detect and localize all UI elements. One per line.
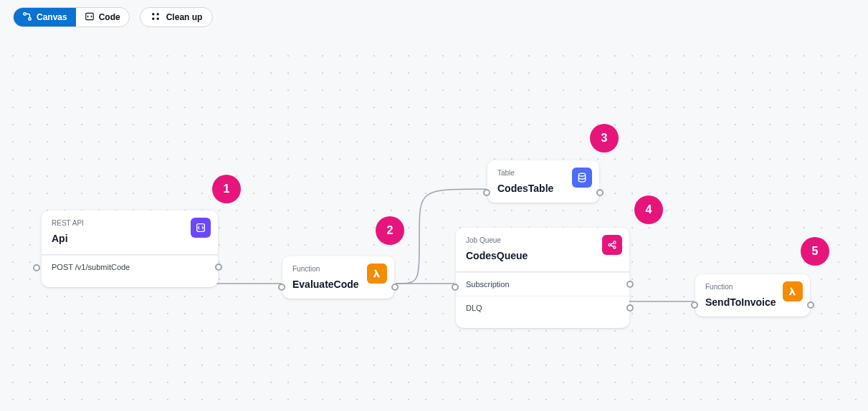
api-route-label: POST /v1/submitCode [52,263,130,271]
output-port[interactable] [215,263,222,271]
output-port[interactable] [626,304,634,311]
dynamodb-icon [572,168,592,188]
lambda-icon [367,263,387,284]
output-port[interactable] [596,189,604,196]
dlq-label: DLQ [466,304,482,312]
queue-subscription-row[interactable]: Subscription [456,272,629,296]
badge-4: 4 [634,195,663,224]
node-evaluate[interactable]: Function EvaluateCode [282,256,394,299]
sns-icon [602,235,622,255]
api-route-row[interactable]: POST /v1/submitCode [42,255,218,279]
subscription-label: Subscription [466,280,510,289]
badge-2: 2 [376,216,404,245]
badge-5: 5 [801,237,829,266]
node-queue[interactable]: Job Queue CodesQueue Subscription DLQ [456,228,629,328]
api-gateway-icon [191,218,211,238]
lambda-icon [783,281,803,301]
node-api[interactable]: REST API Api POST /v1/submitCode [42,211,218,287]
input-port[interactable] [452,284,459,291]
output-port[interactable] [807,301,814,309]
output-port[interactable] [391,284,399,291]
svg-point-10 [578,173,585,176]
badge-3: 3 [590,124,619,153]
output-port[interactable] [626,281,634,288]
canvas-area: 1 2 3 4 5 REST API Api POST /v1/submitCo… [0,0,868,411]
node-invoice[interactable]: Function SendToInvoice [695,274,810,316]
node-title: Api [52,233,208,244]
badge-1: 1 [212,175,241,203]
node-type-label: Job Queue [466,236,619,244]
queue-dlq-row[interactable]: DLQ [456,296,629,319]
node-table[interactable]: Table CodesTable [487,160,599,203]
input-port[interactable] [33,264,40,271]
node-title: CodesQueue [466,250,619,261]
node-type-label: REST API [52,219,208,227]
input-port[interactable] [278,284,285,291]
input-port[interactable] [483,189,490,196]
input-port[interactable] [691,301,698,309]
